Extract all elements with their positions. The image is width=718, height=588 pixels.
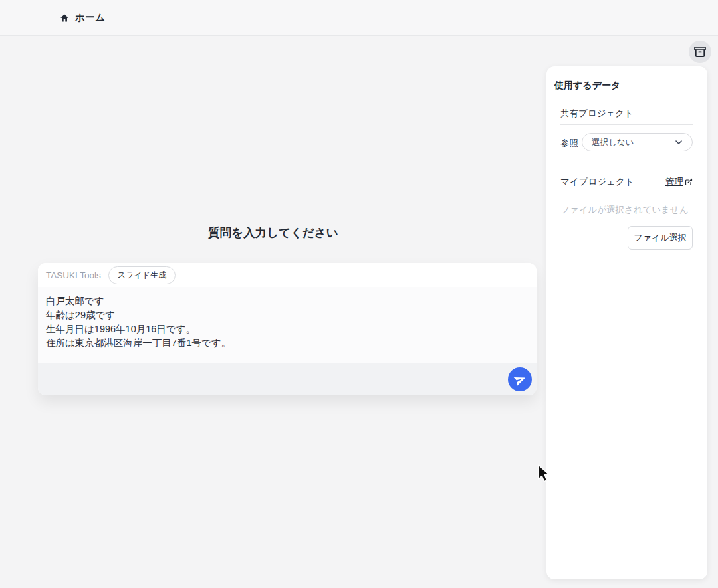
divider	[560, 193, 693, 193]
prompt-card: TASUKI Tools スライド生成 白戸太郎です 年齢は29歳です 生年月日…	[38, 263, 537, 395]
message-line: 生年月日は1996年10月16日です。	[46, 322, 529, 336]
select-value: 選択しない	[592, 137, 634, 148]
no-file-selected-text: ファイルが選択されていません	[560, 204, 689, 216]
shared-project-select[interactable]: 選択しない	[582, 133, 693, 151]
paper-plane-icon	[514, 373, 527, 386]
external-link-icon	[685, 178, 693, 186]
data-sidebar-panel: 使用するデータ 共有プロジェクト 参照 選択しない マイプロジェクト 管理 ファ…	[546, 66, 707, 579]
slide-generation-badge[interactable]: スライド生成	[108, 266, 176, 284]
reference-label: 参照	[560, 138, 578, 149]
message-line: 年齢は29歳です	[46, 308, 529, 322]
prompt-card-header: TASUKI Tools スライド生成	[38, 263, 537, 287]
divider	[560, 124, 693, 125]
home-icon	[60, 13, 69, 23]
sidebar-title: 使用するデータ	[554, 80, 620, 92]
message-line: 住所は東京都港区海岸一丁目7番1号です。	[46, 336, 529, 350]
message-line: 白戸太郎です	[46, 294, 529, 308]
home-link[interactable]: ホーム	[60, 11, 106, 24]
data-panel-toggle-button[interactable]	[689, 41, 711, 63]
manage-label: 管理	[665, 176, 683, 188]
shared-project-label: 共有プロジェクト	[560, 108, 634, 120]
brand-label: TASUKI Tools	[46, 270, 101, 280]
my-project-label: マイプロジェクト	[560, 176, 634, 188]
home-label: ホーム	[75, 11, 106, 24]
file-select-button[interactable]: ファイル選択	[628, 226, 693, 250]
page-title: 質問を入力してください	[0, 225, 546, 241]
archive-icon	[693, 45, 707, 58]
send-button[interactable]	[508, 367, 532, 391]
prompt-card-footer	[38, 363, 537, 395]
manage-link[interactable]: 管理	[665, 176, 693, 188]
chevron-down-icon	[673, 137, 684, 147]
question-input[interactable]: 白戸太郎です 年齢は29歳です 生年月日は1996年10月16日です。 住所は東…	[38, 287, 537, 363]
file-select-label: ファイル選択	[634, 232, 686, 244]
topbar: ホーム	[0, 0, 718, 36]
